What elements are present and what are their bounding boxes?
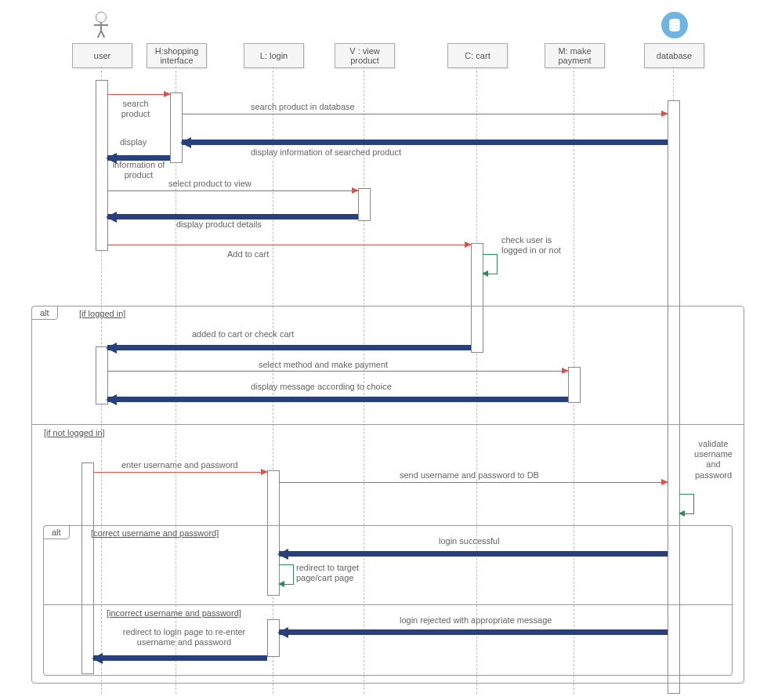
activation xyxy=(358,188,371,221)
msg-arrow xyxy=(107,245,471,245)
msg-label: check user is logged in or not xyxy=(501,235,572,256)
msg-label: search product in database xyxy=(251,102,355,111)
database-icon xyxy=(661,12,688,38)
msg-label: redirect to login page to re-enter usern… xyxy=(106,627,262,647)
msg-label: display product details xyxy=(176,219,262,229)
msg-label: select method and make payment xyxy=(259,360,388,369)
frame-separator xyxy=(44,604,732,605)
msg-label: send username and password to DB xyxy=(400,470,539,480)
participant-cart: C: cart xyxy=(447,43,508,68)
actor-icon xyxy=(92,12,110,40)
frame-guard: [if not logged in] xyxy=(44,428,105,437)
msg-label: information of product xyxy=(107,160,170,180)
msg-label: Add to cart xyxy=(227,249,269,259)
msg-return xyxy=(107,394,568,404)
msg-label: enter username and password xyxy=(121,460,238,470)
msg-arrow xyxy=(182,114,668,114)
participant-view: V : view product xyxy=(335,43,395,68)
msg-arrow xyxy=(93,472,267,473)
svg-point-0 xyxy=(669,19,679,23)
msg-arrow xyxy=(279,482,668,483)
frame-tag: alt xyxy=(43,525,70,539)
activation xyxy=(96,80,108,251)
sequence-diagram: user H:shopping interface L: login V : v… xyxy=(0,0,760,700)
frame-tag: alt xyxy=(31,306,58,320)
msg-label: login rejected with appropriate message xyxy=(400,615,552,625)
participant-shopping: H:shopping interface xyxy=(147,43,207,68)
msg-arrow xyxy=(107,94,170,95)
msg-return xyxy=(93,653,267,663)
msg-return xyxy=(107,343,471,353)
msg-return xyxy=(182,137,668,147)
msg-label: display xyxy=(120,137,147,147)
frame-separator xyxy=(32,424,744,425)
msg-return xyxy=(279,627,668,637)
msg-label: select product to view xyxy=(168,179,252,188)
msg-arrow xyxy=(107,190,358,191)
participant-login: L: login xyxy=(244,43,304,68)
participant-database: database xyxy=(644,43,704,68)
self-message xyxy=(483,254,498,274)
msg-label: added to cart or check cart xyxy=(192,329,294,339)
frame-guard: [correct username and password] xyxy=(91,528,219,538)
msg-return xyxy=(279,549,668,559)
self-message xyxy=(279,564,294,585)
msg-label: validate username and password xyxy=(688,439,739,481)
participant-payment: M: make payment xyxy=(545,43,605,68)
participant-user: user xyxy=(72,43,132,68)
msg-label: display information of searched product xyxy=(251,147,401,157)
frame-guard: [if logged in] xyxy=(79,309,125,318)
msg-label: login successful xyxy=(439,536,500,546)
activation xyxy=(170,92,183,163)
msg-label: display message according to choice xyxy=(251,382,392,391)
msg-label: search product xyxy=(116,99,155,119)
self-message xyxy=(679,494,694,514)
msg-label: redirect to target page/cart page xyxy=(296,563,382,583)
msg-arrow xyxy=(107,371,568,372)
frame-guard: [incorrect username and password] xyxy=(107,608,241,618)
